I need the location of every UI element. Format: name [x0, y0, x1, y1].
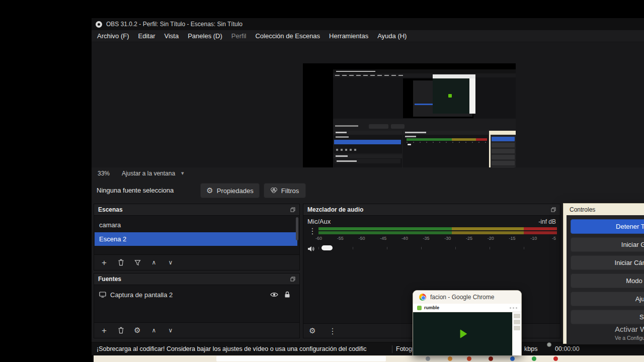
popout-icon[interactable]: [290, 277, 295, 282]
taskbar-active-app[interactable]: [216, 356, 386, 361]
sources-dock-title: Fuentes: [98, 276, 121, 283]
settings-button[interactable]: Ajustes: [571, 292, 644, 306]
taskbar-icon[interactable]: [510, 356, 515, 361]
chrome-titlebar[interactable]: facion - Google Chrome: [413, 291, 521, 304]
volume-meter-right: [318, 231, 557, 234]
scenes-dock-header[interactable]: Escenas: [94, 204, 299, 216]
scenes-toolbar: + ∧ ∨: [94, 254, 299, 270]
capture-scene-row: [336, 136, 349, 138]
popout-icon[interactable]: [290, 207, 295, 212]
speaker-icon[interactable]: [307, 245, 314, 254]
taskbar-icon[interactable]: [448, 356, 452, 361]
mixer-dock-header[interactable]: Mezclador de audio: [303, 204, 560, 216]
kebab-menu-icon[interactable]: ⋮: [308, 226, 316, 236]
remove-source-button[interactable]: [117, 326, 125, 334]
properties-button[interactable]: ⚙ Propiedades: [200, 183, 260, 198]
menu-ayuda[interactable]: Ayuda (H): [373, 32, 411, 40]
menu-coleccion-escenas[interactable]: Colección de Escenas: [251, 32, 325, 40]
studio-mode-button[interactable]: Modo Estudio: [571, 274, 644, 288]
display-icon: [99, 292, 106, 298]
taskbar[interactable]: [94, 355, 644, 362]
move-scene-up-button[interactable]: ∧: [150, 258, 158, 266]
preview-area: [92, 42, 644, 167]
menu-perfil[interactable]: Perfil: [227, 32, 251, 40]
capture-chrome-title: [433, 74, 475, 78]
scenes-dock: Escenas camara Escena 2 + ∧ ∨: [94, 204, 300, 270]
video-thumbnail[interactable]: [514, 314, 520, 318]
fit-to-window-label[interactable]: Ajustar a la ventana: [122, 170, 175, 177]
capture-scenes-title: [336, 132, 347, 133]
taskbar-icon[interactable]: [553, 356, 558, 361]
divider: [392, 345, 392, 353]
capture-mixer-handle: [408, 144, 411, 145]
add-scene-button[interactable]: +: [100, 258, 108, 266]
properties-label: Propiedades: [217, 187, 254, 195]
move-scene-down-button[interactable]: ∨: [167, 258, 175, 266]
menu-editar[interactable]: Editar: [134, 32, 160, 40]
db-scale: -60-55-50-45-40-35-30-25-20-15-10-5: [315, 236, 556, 241]
play-icon[interactable]: [460, 329, 467, 338]
sources-dock-header[interactable]: Fuentes: [94, 274, 299, 285]
chevron-down-icon[interactable]: ▾: [181, 170, 184, 176]
gear-icon: ⚙: [206, 187, 213, 195]
chrome-content: [413, 312, 521, 355]
volume-slider-handle[interactable]: [321, 245, 333, 250]
menu-archivo[interactable]: Archivo (F): [93, 32, 134, 40]
scenes-dock-title: Escenas: [98, 206, 123, 213]
menu-paneles[interactable]: Paneles (D): [183, 32, 227, 40]
video-player[interactable]: [413, 312, 512, 355]
stop-streaming-button[interactable]: Detener Transmisión: [571, 219, 644, 234]
capture-sources-title: [336, 155, 348, 157]
source-properties-button[interactable]: ⚙: [133, 326, 141, 334]
capture-controls-btn: [492, 137, 515, 141]
taskbar-icon[interactable]: [532, 356, 536, 361]
move-source-down-button[interactable]: ∨: [167, 326, 175, 334]
scene-filters-button[interactable]: [133, 258, 141, 266]
advanced-audio-button[interactable]: ⚙: [308, 327, 316, 335]
controls-dock-title[interactable]: Controles: [564, 204, 644, 215]
rumble-logo-icon: [417, 306, 422, 310]
visibility-eye-icon[interactable]: [270, 292, 278, 298]
taskbar-icon[interactable]: [467, 356, 471, 361]
video-sidebar[interactable]: [512, 312, 521, 355]
no-source-selected-label: Ninguna fuente selecciona: [97, 179, 174, 202]
menu-herramientas[interactable]: Herramientas: [325, 32, 373, 40]
start-recording-button[interactable]: Iniciar Grabación: [571, 237, 644, 252]
volume-slider[interactable]: [318, 244, 557, 251]
exit-button[interactable]: Salir: [571, 310, 644, 324]
video-thumbnail[interactable]: [514, 326, 520, 330]
bitrate-label: kbps: [524, 342, 537, 356]
status-bar: ¡Sobrecarga al codificar! Considera baja…: [92, 342, 644, 355]
menu-vista[interactable]: Vista: [160, 32, 184, 40]
taskbar-icon[interactable]: [426, 356, 430, 361]
mixer-level-readout: -inf dB: [538, 218, 556, 225]
encoder-overload-warning: ¡Sobrecarga al codificar! Considera baja…: [97, 342, 366, 356]
move-source-up-button[interactable]: ∧: [150, 326, 158, 334]
preview-canvas[interactable]: [303, 63, 516, 184]
capture-source-text: [337, 160, 357, 162]
video-thumbnail[interactable]: [514, 320, 520, 324]
obs-titlebar[interactable]: OBS 31.0.2 - Perfil: Sin Título - Escena…: [92, 18, 644, 30]
add-source-button[interactable]: +: [100, 326, 108, 334]
remove-scene-button[interactable]: [117, 258, 125, 266]
sources-toolbar: + ⚙ ∧ ∨: [94, 322, 299, 338]
capture-toolbar-btn: [369, 124, 388, 129]
lock-icon[interactable]: [284, 291, 290, 298]
chrome-logo-icon: [419, 294, 426, 301]
capture-mixer-meter: [407, 138, 487, 141]
popout-icon[interactable]: [551, 207, 556, 212]
taskbar-icon[interactable]: [489, 356, 493, 361]
mixer-menu-button[interactable]: ⋮: [329, 327, 337, 335]
zoom-level[interactable]: 33%: [98, 170, 110, 177]
start-virtual-camera-button[interactable]: Iniciar Cámara Virtual: [571, 255, 644, 270]
capture-chrome-sidebar: [469, 78, 475, 114]
chrome-window[interactable]: facion - Google Chrome rumble: [413, 290, 522, 355]
scene-item-camara[interactable]: camara: [95, 218, 297, 232]
scrollbar[interactable]: [296, 217, 298, 240]
controls-dock: Controles Detener Transmisión Iniciar Gr…: [563, 203, 644, 344]
capture-mixer-channel: [405, 136, 416, 137]
obs-logo-icon: [96, 21, 102, 28]
source-item-screen-capture[interactable]: Captura de pantalla 2: [95, 288, 297, 302]
filters-button[interactable]: Filtros: [264, 183, 306, 198]
scene-item-escena-2[interactable]: Escena 2: [95, 232, 297, 246]
